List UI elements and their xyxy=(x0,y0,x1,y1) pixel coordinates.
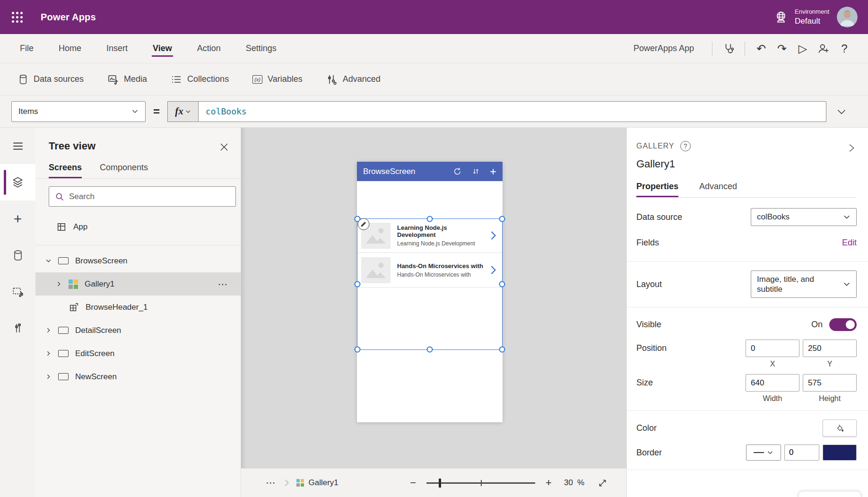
tree-item-browseheader[interactable]: BrowseHeader_1 xyxy=(35,296,241,319)
variables-button[interactable]: (x) Variables xyxy=(252,74,303,84)
divider xyxy=(35,245,241,245)
zoom-slider-thumb[interactable] xyxy=(439,479,441,488)
edit-gallery-pencil-button[interactable] xyxy=(358,218,370,230)
user-avatar[interactable] xyxy=(837,7,858,27)
property-dropdown-value: Items xyxy=(18,107,38,116)
gallery-control[interactable]: Learning Node.js Development Learning No… xyxy=(357,218,503,288)
tree-item-newscreen[interactable]: NewScreen xyxy=(35,365,241,388)
tree-view-close-button[interactable] xyxy=(217,140,231,154)
add-item-icon[interactable]: + xyxy=(490,166,496,177)
chevron-collapsed-icon[interactable] xyxy=(45,350,52,357)
position-label: Position xyxy=(636,340,746,353)
position-x-input[interactable] xyxy=(746,340,799,357)
resize-handle-top-right[interactable] xyxy=(499,216,505,222)
color-row: Color xyxy=(636,416,857,440)
tree-item-editscreen[interactable]: EditScreen xyxy=(35,342,241,365)
chevron-collapsed-icon[interactable] xyxy=(45,327,52,333)
chevron-right-icon[interactable] xyxy=(490,231,496,240)
browse-screen-header[interactable]: BrowseScreen + xyxy=(357,162,503,181)
menu-view[interactable]: View xyxy=(152,35,173,61)
layout-dropdown[interactable]: Image, title, and subtitle xyxy=(751,270,857,298)
search-input[interactable] xyxy=(69,192,230,201)
zoom-out-button[interactable]: − xyxy=(406,477,420,489)
selected-control-breadcrumb[interactable]: Gallery1 xyxy=(309,478,339,488)
help-circle-icon[interactable]: ? xyxy=(680,141,691,151)
advanced-label: Advanced xyxy=(343,74,381,84)
data-source-dropdown[interactable]: colBooks xyxy=(751,208,857,226)
environment-picker[interactable]: Environment Default xyxy=(774,8,829,26)
menu-action[interactable]: Action xyxy=(196,35,222,61)
left-navigation-rail: + xyxy=(0,128,35,497)
rail-media-button[interactable] xyxy=(0,273,35,310)
fit-to-window-button[interactable] xyxy=(598,478,608,488)
tree-item-app[interactable]: App xyxy=(35,215,241,238)
gallery-item[interactable]: Hands-On Microservices with Hands-On Mic… xyxy=(357,253,503,288)
breadcrumb-chevron-icon xyxy=(282,480,289,486)
app-launcher-button[interactable] xyxy=(0,0,34,34)
tree-search-box[interactable] xyxy=(49,186,236,207)
size-width-input[interactable] xyxy=(746,374,799,392)
divider xyxy=(627,470,868,470)
gallery-item[interactable]: Learning Node.js Development Learning No… xyxy=(357,218,503,253)
menu-settings[interactable]: Settings xyxy=(245,35,278,61)
design-canvas[interactable]: BrowseScreen + xyxy=(241,128,626,497)
tab-screens[interactable]: Screens xyxy=(49,163,82,178)
app-checker-button[interactable] xyxy=(718,39,739,58)
rail-hamburger-button[interactable] xyxy=(0,128,35,164)
collections-button[interactable]: Collections xyxy=(171,74,229,85)
fx-dropdown[interactable]: fx xyxy=(167,101,199,122)
help-button[interactable]: ? xyxy=(834,39,855,58)
tab-advanced[interactable]: Advanced xyxy=(699,182,737,197)
chevron-right-icon[interactable] xyxy=(490,265,496,275)
media-button[interactable]: Media xyxy=(107,74,147,85)
property-dropdown[interactable]: Items xyxy=(11,101,146,122)
tab-components[interactable]: Components xyxy=(100,163,148,178)
refresh-icon[interactable] xyxy=(453,167,462,176)
size-height-input[interactable] xyxy=(803,374,857,392)
menu-file[interactable]: File xyxy=(19,35,35,61)
resize-handle-middle-left[interactable] xyxy=(355,281,361,288)
formula-bar-expand-button[interactable] xyxy=(826,105,857,118)
rail-data-button[interactable] xyxy=(0,237,35,273)
redo-button[interactable]: ↷ xyxy=(772,39,792,58)
chevron-collapsed-icon[interactable] xyxy=(55,281,62,287)
fields-edit-link[interactable]: Edit xyxy=(842,238,857,248)
tab-properties[interactable]: Properties xyxy=(636,182,678,197)
panel-collapse-chevron-button[interactable] xyxy=(846,143,857,153)
chevron-collapsed-icon[interactable] xyxy=(45,374,52,380)
border-style-dropdown[interactable] xyxy=(746,445,781,461)
zoom-slider[interactable] xyxy=(426,478,535,488)
visible-toggle[interactable] xyxy=(829,318,857,331)
data-source-row: Data source colBooks xyxy=(636,205,857,229)
tree-item-detailscreen[interactable]: DetailScreen xyxy=(35,319,241,342)
resize-handle-bottom-right[interactable] xyxy=(499,347,505,353)
item-options-ellipsis-button[interactable]: ⋯ xyxy=(218,279,228,290)
border-width-input[interactable] xyxy=(784,445,819,461)
sort-icon[interactable] xyxy=(472,167,480,176)
share-person-add-button[interactable] xyxy=(813,39,834,58)
phone-screen-preview[interactable]: BrowseScreen + xyxy=(357,162,503,422)
resize-handle-middle-right[interactable] xyxy=(499,281,505,288)
data-sources-button[interactable]: Data sources xyxy=(18,74,84,85)
tree-item-browsescreen[interactable]: BrowseScreen xyxy=(35,249,241,272)
advanced-button[interactable]: Advanced xyxy=(326,74,381,85)
more-options-ellipsis-button[interactable]: ⋯ xyxy=(266,477,277,488)
rail-advanced-tools-button[interactable] xyxy=(0,310,35,346)
zoom-in-button[interactable]: + xyxy=(542,477,556,489)
rail-insert-button[interactable]: + xyxy=(0,201,35,237)
properties-tabs: Properties Advanced xyxy=(636,182,857,198)
resize-handle-top-middle[interactable] xyxy=(427,216,433,222)
menu-insert[interactable]: Insert xyxy=(105,35,129,61)
border-color-swatch[interactable] xyxy=(823,445,857,461)
menu-home[interactable]: Home xyxy=(58,35,82,61)
color-picker-button[interactable] xyxy=(823,419,857,436)
play-preview-button[interactable]: ▷ xyxy=(792,39,813,58)
chevron-expanded-icon[interactable] xyxy=(45,258,52,264)
rail-tree-view-button[interactable] xyxy=(0,164,35,201)
tree-item-gallery1[interactable]: Gallery1 ⋯ xyxy=(35,272,241,296)
resize-handle-bottom-left[interactable] xyxy=(355,347,361,353)
undo-button[interactable]: ↶ xyxy=(751,39,772,58)
resize-handle-bottom-middle[interactable] xyxy=(427,347,433,353)
formula-input[interactable]: colBooks xyxy=(199,101,826,122)
position-y-input[interactable] xyxy=(803,340,857,357)
